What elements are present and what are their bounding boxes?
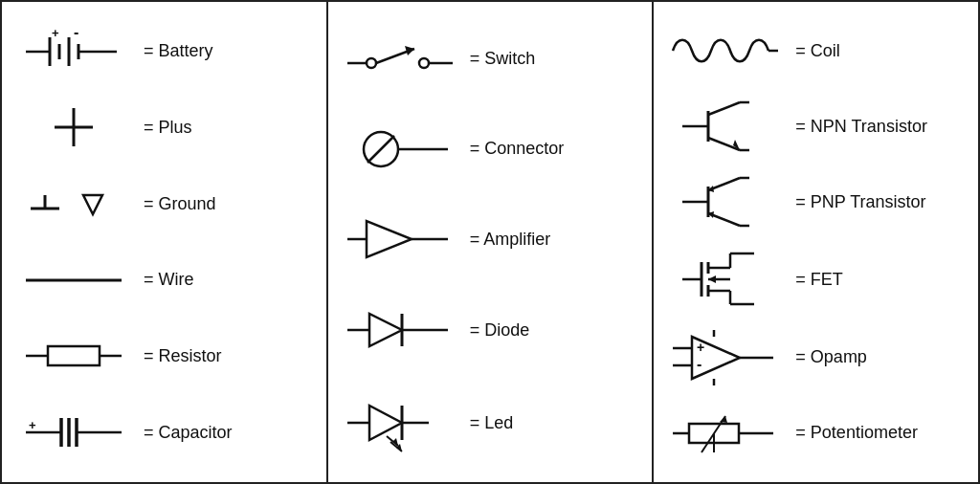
- row-diode: = Diode: [338, 301, 643, 359]
- label-coil: = Coil: [795, 41, 840, 61]
- symbol-coil: [663, 32, 788, 70]
- symbol-connector: [338, 125, 462, 173]
- svg-line-52: [708, 102, 740, 115]
- label-ground: = Ground: [144, 194, 216, 214]
- label-potentiometer: = Potentiometer: [795, 423, 918, 443]
- label-battery: = Battery: [144, 41, 213, 61]
- label-led: = Led: [470, 413, 514, 433]
- svg-marker-35: [367, 221, 412, 257]
- row-potentiometer: = Potentiometer: [663, 405, 969, 462]
- svg-marker-76: [708, 275, 716, 283]
- symbol-pnp: [663, 173, 788, 231]
- symbol-npn: [663, 98, 788, 155]
- row-plus: = Plus: [11, 99, 317, 156]
- svg-text:+: +: [29, 418, 36, 432]
- label-pnp: = PNP Transistor: [795, 192, 925, 212]
- symbol-led: [338, 392, 462, 454]
- symbol-resistor: [11, 337, 136, 375]
- symbol-amplifier: [338, 213, 462, 266]
- svg-line-32: [368, 136, 394, 163]
- svg-marker-28: [405, 46, 414, 55]
- label-diode: = Diode: [470, 320, 530, 341]
- svg-marker-42: [369, 406, 402, 440]
- row-capacitor: + = Capacitor: [11, 404, 317, 461]
- row-ground: = Ground: [11, 175, 317, 232]
- symbol-battery: + -: [11, 28, 136, 76]
- symbol-ground: [11, 178, 136, 231]
- symbol-wire: [11, 266, 136, 295]
- symbol-opamp: + -: [663, 329, 788, 386]
- row-connector: = Connector: [338, 121, 643, 178]
- svg-marker-12: [83, 195, 102, 214]
- col-3: = Coil = NPN T: [654, 2, 978, 482]
- col-2: = Switch = Connector: [328, 2, 655, 482]
- symbol-diode: [338, 304, 462, 357]
- label-plus: = Plus: [144, 118, 192, 138]
- svg-text:-: -: [74, 24, 78, 40]
- row-wire: = Wire: [11, 252, 317, 309]
- row-amplifier: = Amplifier: [338, 210, 643, 268]
- label-connector: = Connector: [470, 139, 565, 159]
- row-coil: = Coil: [663, 22, 969, 79]
- symbol-potentiometer: [663, 407, 788, 459]
- symbol-switch: [338, 34, 462, 82]
- col-1: + - = Battery = Plus: [2, 2, 328, 482]
- row-fet: = FET: [663, 249, 969, 311]
- svg-text:-: -: [697, 356, 702, 372]
- label-fet: = FET: [795, 270, 843, 290]
- svg-text:+: +: [697, 340, 704, 355]
- label-opamp: = Opamp: [795, 347, 867, 367]
- symbol-fet: [663, 249, 788, 311]
- label-switch: = Switch: [470, 49, 536, 69]
- row-resistor: = Resistor: [11, 327, 317, 385]
- label-resistor: = Resistor: [144, 346, 222, 366]
- label-wire: = Wire: [144, 270, 194, 290]
- label-amplifier: = Amplifier: [470, 230, 551, 250]
- svg-point-29: [419, 58, 429, 68]
- label-capacitor: = Capacitor: [144, 423, 233, 443]
- symbol-capacitor: +: [11, 408, 136, 456]
- svg-marker-89: [720, 416, 727, 423]
- svg-marker-38: [369, 314, 402, 346]
- svg-point-26: [367, 58, 376, 68]
- row-switch: = Switch: [338, 30, 643, 87]
- row-led: = Led: [338, 392, 643, 454]
- row-opamp: + - = Opamp: [663, 329, 969, 386]
- row-battery: + - = Battery: [11, 23, 317, 80]
- row-npn: = NPN Transistor: [663, 98, 969, 155]
- legend-grid: + - = Battery = Plus: [0, 0, 980, 484]
- row-pnp: = PNP Transistor: [663, 173, 969, 231]
- svg-text:+: +: [52, 26, 59, 40]
- symbol-plus: [11, 103, 136, 151]
- label-npn: = NPN Transistor: [795, 117, 927, 137]
- svg-rect-15: [48, 346, 100, 365]
